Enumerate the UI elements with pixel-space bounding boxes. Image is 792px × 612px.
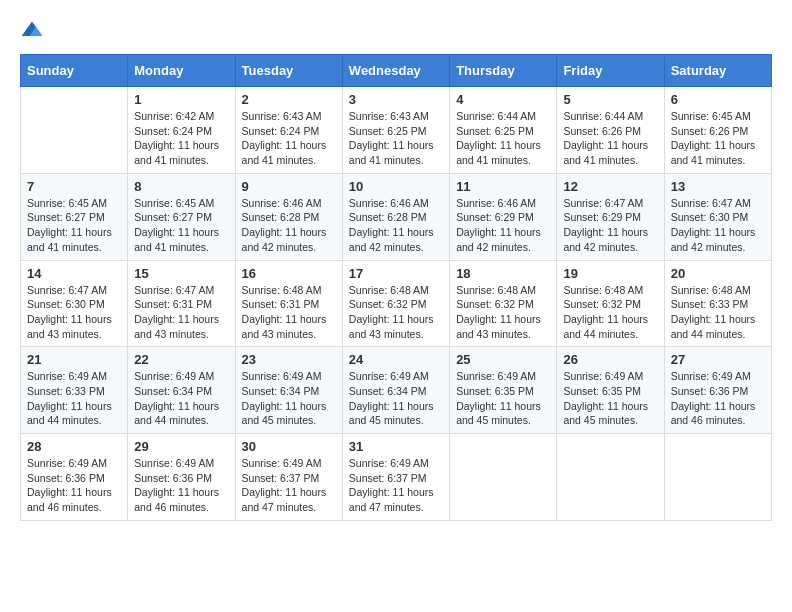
day-number: 17 — [349, 266, 443, 281]
day-info: Sunrise: 6:46 AM Sunset: 6:28 PM Dayligh… — [349, 196, 443, 255]
calendar-week-row: 28Sunrise: 6:49 AM Sunset: 6:36 PM Dayli… — [21, 434, 772, 521]
day-number: 3 — [349, 92, 443, 107]
calendar-cell: 16Sunrise: 6:48 AM Sunset: 6:31 PM Dayli… — [235, 260, 342, 347]
calendar-header-monday: Monday — [128, 55, 235, 87]
day-number: 30 — [242, 439, 336, 454]
calendar-cell: 14Sunrise: 6:47 AM Sunset: 6:30 PM Dayli… — [21, 260, 128, 347]
day-number: 9 — [242, 179, 336, 194]
calendar-cell: 2Sunrise: 6:43 AM Sunset: 6:24 PM Daylig… — [235, 87, 342, 174]
calendar-cell: 22Sunrise: 6:49 AM Sunset: 6:34 PM Dayli… — [128, 347, 235, 434]
day-number: 31 — [349, 439, 443, 454]
day-number: 11 — [456, 179, 550, 194]
day-info: Sunrise: 6:49 AM Sunset: 6:35 PM Dayligh… — [456, 369, 550, 428]
calendar-cell: 27Sunrise: 6:49 AM Sunset: 6:36 PM Dayli… — [664, 347, 771, 434]
calendar-cell: 23Sunrise: 6:49 AM Sunset: 6:34 PM Dayli… — [235, 347, 342, 434]
day-info: Sunrise: 6:44 AM Sunset: 6:26 PM Dayligh… — [563, 109, 657, 168]
day-info: Sunrise: 6:44 AM Sunset: 6:25 PM Dayligh… — [456, 109, 550, 168]
calendar-week-row: 14Sunrise: 6:47 AM Sunset: 6:30 PM Dayli… — [21, 260, 772, 347]
day-number: 18 — [456, 266, 550, 281]
day-info: Sunrise: 6:47 AM Sunset: 6:30 PM Dayligh… — [27, 283, 121, 342]
calendar-cell: 9Sunrise: 6:46 AM Sunset: 6:28 PM Daylig… — [235, 173, 342, 260]
calendar-week-row: 7Sunrise: 6:45 AM Sunset: 6:27 PM Daylig… — [21, 173, 772, 260]
calendar-table: SundayMondayTuesdayWednesdayThursdayFrid… — [20, 54, 772, 521]
day-number: 20 — [671, 266, 765, 281]
calendar-header-sunday: Sunday — [21, 55, 128, 87]
day-number: 10 — [349, 179, 443, 194]
calendar-header-thursday: Thursday — [450, 55, 557, 87]
day-info: Sunrise: 6:48 AM Sunset: 6:33 PM Dayligh… — [671, 283, 765, 342]
calendar-cell: 17Sunrise: 6:48 AM Sunset: 6:32 PM Dayli… — [342, 260, 449, 347]
calendar-cell: 26Sunrise: 6:49 AM Sunset: 6:35 PM Dayli… — [557, 347, 664, 434]
day-info: Sunrise: 6:49 AM Sunset: 6:36 PM Dayligh… — [134, 456, 228, 515]
day-info: Sunrise: 6:45 AM Sunset: 6:27 PM Dayligh… — [134, 196, 228, 255]
calendar-cell: 29Sunrise: 6:49 AM Sunset: 6:36 PM Dayli… — [128, 434, 235, 521]
day-info: Sunrise: 6:47 AM Sunset: 6:31 PM Dayligh… — [134, 283, 228, 342]
day-number: 19 — [563, 266, 657, 281]
day-number: 2 — [242, 92, 336, 107]
day-info: Sunrise: 6:47 AM Sunset: 6:29 PM Dayligh… — [563, 196, 657, 255]
calendar-cell: 21Sunrise: 6:49 AM Sunset: 6:33 PM Dayli… — [21, 347, 128, 434]
day-info: Sunrise: 6:49 AM Sunset: 6:34 PM Dayligh… — [242, 369, 336, 428]
calendar-cell — [21, 87, 128, 174]
day-info: Sunrise: 6:49 AM Sunset: 6:37 PM Dayligh… — [349, 456, 443, 515]
calendar-header-wednesday: Wednesday — [342, 55, 449, 87]
day-info: Sunrise: 6:46 AM Sunset: 6:29 PM Dayligh… — [456, 196, 550, 255]
calendar-cell: 31Sunrise: 6:49 AM Sunset: 6:37 PM Dayli… — [342, 434, 449, 521]
day-info: Sunrise: 6:46 AM Sunset: 6:28 PM Dayligh… — [242, 196, 336, 255]
calendar-cell: 5Sunrise: 6:44 AM Sunset: 6:26 PM Daylig… — [557, 87, 664, 174]
calendar-cell: 24Sunrise: 6:49 AM Sunset: 6:34 PM Dayli… — [342, 347, 449, 434]
day-number: 6 — [671, 92, 765, 107]
day-info: Sunrise: 6:48 AM Sunset: 6:31 PM Dayligh… — [242, 283, 336, 342]
calendar-cell: 20Sunrise: 6:48 AM Sunset: 6:33 PM Dayli… — [664, 260, 771, 347]
day-number: 12 — [563, 179, 657, 194]
day-info: Sunrise: 6:49 AM Sunset: 6:34 PM Dayligh… — [349, 369, 443, 428]
day-info: Sunrise: 6:49 AM Sunset: 6:37 PM Dayligh… — [242, 456, 336, 515]
day-number: 5 — [563, 92, 657, 107]
calendar-cell — [450, 434, 557, 521]
calendar-cell: 30Sunrise: 6:49 AM Sunset: 6:37 PM Dayli… — [235, 434, 342, 521]
day-info: Sunrise: 6:45 AM Sunset: 6:27 PM Dayligh… — [27, 196, 121, 255]
day-info: Sunrise: 6:49 AM Sunset: 6:34 PM Dayligh… — [134, 369, 228, 428]
day-number: 15 — [134, 266, 228, 281]
day-number: 28 — [27, 439, 121, 454]
day-number: 27 — [671, 352, 765, 367]
day-info: Sunrise: 6:43 AM Sunset: 6:24 PM Dayligh… — [242, 109, 336, 168]
day-number: 21 — [27, 352, 121, 367]
day-number: 22 — [134, 352, 228, 367]
day-number: 4 — [456, 92, 550, 107]
calendar-cell: 15Sunrise: 6:47 AM Sunset: 6:31 PM Dayli… — [128, 260, 235, 347]
day-number: 29 — [134, 439, 228, 454]
day-info: Sunrise: 6:47 AM Sunset: 6:30 PM Dayligh… — [671, 196, 765, 255]
day-number: 26 — [563, 352, 657, 367]
calendar-cell: 1Sunrise: 6:42 AM Sunset: 6:24 PM Daylig… — [128, 87, 235, 174]
day-number: 23 — [242, 352, 336, 367]
calendar-cell: 12Sunrise: 6:47 AM Sunset: 6:29 PM Dayli… — [557, 173, 664, 260]
day-number: 16 — [242, 266, 336, 281]
day-number: 1 — [134, 92, 228, 107]
calendar-cell — [557, 434, 664, 521]
day-number: 8 — [134, 179, 228, 194]
calendar-header-friday: Friday — [557, 55, 664, 87]
day-info: Sunrise: 6:49 AM Sunset: 6:36 PM Dayligh… — [27, 456, 121, 515]
day-info: Sunrise: 6:48 AM Sunset: 6:32 PM Dayligh… — [563, 283, 657, 342]
day-number: 24 — [349, 352, 443, 367]
day-number: 7 — [27, 179, 121, 194]
day-number: 13 — [671, 179, 765, 194]
calendar-cell — [664, 434, 771, 521]
day-info: Sunrise: 6:48 AM Sunset: 6:32 PM Dayligh… — [349, 283, 443, 342]
calendar-cell: 18Sunrise: 6:48 AM Sunset: 6:32 PM Dayli… — [450, 260, 557, 347]
day-info: Sunrise: 6:45 AM Sunset: 6:26 PM Dayligh… — [671, 109, 765, 168]
calendar-cell: 4Sunrise: 6:44 AM Sunset: 6:25 PM Daylig… — [450, 87, 557, 174]
calendar-week-row: 21Sunrise: 6:49 AM Sunset: 6:33 PM Dayli… — [21, 347, 772, 434]
calendar-cell: 11Sunrise: 6:46 AM Sunset: 6:29 PM Dayli… — [450, 173, 557, 260]
page-header — [20, 20, 772, 44]
day-info: Sunrise: 6:49 AM Sunset: 6:36 PM Dayligh… — [671, 369, 765, 428]
calendar-cell: 19Sunrise: 6:48 AM Sunset: 6:32 PM Dayli… — [557, 260, 664, 347]
calendar-cell: 7Sunrise: 6:45 AM Sunset: 6:27 PM Daylig… — [21, 173, 128, 260]
calendar-cell: 13Sunrise: 6:47 AM Sunset: 6:30 PM Dayli… — [664, 173, 771, 260]
calendar-week-row: 1Sunrise: 6:42 AM Sunset: 6:24 PM Daylig… — [21, 87, 772, 174]
calendar-cell: 6Sunrise: 6:45 AM Sunset: 6:26 PM Daylig… — [664, 87, 771, 174]
day-info: Sunrise: 6:42 AM Sunset: 6:24 PM Dayligh… — [134, 109, 228, 168]
calendar-header-tuesday: Tuesday — [235, 55, 342, 87]
day-info: Sunrise: 6:43 AM Sunset: 6:25 PM Dayligh… — [349, 109, 443, 168]
